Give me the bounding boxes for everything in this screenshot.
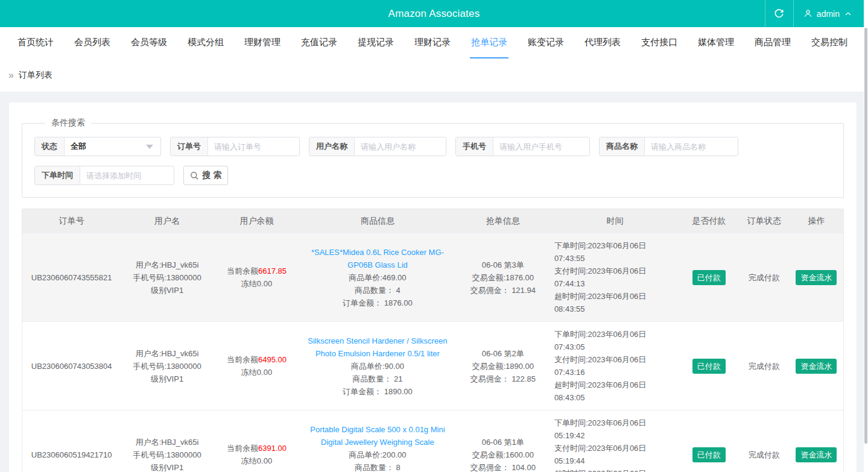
grab-sequence: 06-06 第1单	[459, 436, 547, 448]
action-cell: 资金流水	[790, 359, 843, 374]
user-name: admin	[817, 9, 840, 19]
user-name-text: 用户名:HBJ_vk65i	[124, 436, 209, 448]
product-link[interactable]: Silkscreen Stencil Hardener / Silkscreen…	[303, 335, 451, 360]
username-label: 用户名称	[309, 137, 355, 156]
order-no-label: 订单号	[171, 137, 208, 156]
nav-tab[interactable]: 模式分组	[186, 27, 225, 58]
nav-tab[interactable]: 账变记录	[527, 27, 565, 58]
user-menu[interactable]: admin	[794, 0, 863, 27]
balance-label: 当前余额	[227, 444, 258, 453]
order-number: UB2306060519421710	[22, 448, 121, 461]
balance-amount: 6495.00	[258, 355, 287, 364]
grab-commission: 交易佣金： 104.00	[459, 461, 547, 472]
col-header-product: 商品信息	[300, 216, 455, 227]
grab-info: 06-06 第3单 交易金额:1876.00 交易佣金： 121.94	[455, 259, 551, 297]
scrollbar-thumb[interactable]	[864, 28, 867, 444]
user-info: 用户名:HBJ_vk65i 手机号码:13800000 级别VIP1	[121, 347, 213, 385]
balance-amount: 6617.85	[258, 266, 287, 275]
balance-info: 当前余额6617.85 冻结0.00	[214, 265, 300, 290]
username-input[interactable]	[355, 137, 446, 156]
order-time-input[interactable]	[80, 166, 174, 184]
nav-tab[interactable]: 会员列表	[73, 27, 112, 58]
grab-sequence: 06-06 第3单	[459, 259, 547, 271]
chevron-up-icon	[844, 10, 852, 18]
balance-info: 当前余额6391.00 冻结0.00	[214, 442, 300, 467]
content-card: 条件搜索 状态 全部 订单号 用户名称 手机号 商品名称	[9, 102, 857, 472]
grab-sequence: 06-06 第2单	[459, 347, 547, 360]
nav-tab[interactable]: 首页统计	[16, 27, 55, 58]
user-phone-text: 手机号码:13800000	[124, 360, 209, 373]
grab-info: 06-06 第1单 交易金额:1600.00 交易佣金： 104.00	[455, 436, 551, 472]
page-title: 订单列表	[19, 70, 52, 81]
nav-tab[interactable]: 会员等级	[130, 27, 168, 58]
user-level-text: 级别VIP1	[124, 373, 209, 385]
fund-flow-button[interactable]: 资金流水	[796, 359, 837, 374]
nav-tab[interactable]: 媒体管理	[697, 27, 735, 58]
frozen-amount: 冻结0.00	[217, 455, 297, 467]
nav-tab[interactable]: 支付接口	[640, 27, 679, 58]
timeout-time: 超时时间:2023年06月06日 08:43:55	[554, 290, 676, 315]
nav-tab[interactable]: 理财记录	[413, 27, 452, 58]
search-panel-legend: 条件搜索	[45, 118, 91, 128]
col-header-paid: 是否付款	[679, 216, 739, 227]
action-cell: 资金流水	[790, 270, 843, 285]
filter-row-2: 下单时间 搜 索	[34, 166, 831, 185]
nav-tab[interactable]: 充值记录	[300, 27, 338, 58]
product-info: *SALES*Midea 0.6L Rice Cooker MG-GP06B G…	[300, 246, 455, 309]
time-info: 下单时间:2023年06月06日 07:43:05 支付时间:2023年06月0…	[551, 328, 679, 404]
search-button-label: 搜 索	[203, 170, 222, 181]
col-header-time: 时间	[551, 216, 679, 227]
product-name-label: 商品名称	[600, 137, 645, 156]
product-link[interactable]: Portable Digital Scale 500 x 0.01g Mini …	[303, 423, 451, 448]
header-controls: admin	[765, 0, 863, 27]
col-header-grab-info: 抢单信息	[455, 216, 551, 227]
time-info: 下单时间:2023年06月06日 05:19:42 支付时间:2023年06月0…	[551, 417, 679, 472]
paid-time: 支付时间:2023年06月06日 05:19:44	[554, 442, 676, 467]
user-level-text: 级别VIP1	[124, 461, 209, 472]
col-header-username: 用户名	[121, 216, 213, 227]
breadcrumb: » 订单列表	[0, 58, 868, 92]
status-select[interactable]: 状态 全部	[34, 137, 161, 156]
status-label: 状态	[35, 137, 65, 156]
user-name-text: 用户名:HBJ_vk65i	[124, 259, 209, 271]
product-name-input[interactable]	[645, 137, 738, 156]
fund-flow-button[interactable]: 资金流水	[796, 270, 837, 285]
order-status: 完成付款	[739, 360, 790, 373]
nav-tab[interactable]: 交易控制	[810, 27, 849, 58]
app-title: Amazon Associates	[388, 8, 480, 20]
fund-flow-button[interactable]: 资金流水	[796, 447, 837, 462]
user-info: 用户名:HBJ_vk65i 手机号码:13800000 级别VIP1	[121, 436, 213, 472]
grab-commission: 交易佣金： 122.85	[459, 373, 547, 385]
table-row: UB2306060743555821 用户名:HBJ_vk65i 手机号码:13…	[22, 233, 843, 321]
nav-tab[interactable]: 代理列表	[583, 27, 622, 58]
product-price: 商品单价:200.00	[303, 448, 451, 461]
app-header: Amazon Associates admin	[0, 0, 868, 27]
product-link[interactable]: *SALES*Midea 0.6L Rice Cooker MG-GP06B G…	[303, 246, 451, 271]
order-time-field: 下单时间	[34, 166, 174, 185]
nav-tab[interactable]: 理财管理	[243, 27, 282, 58]
user-phone-text: 手机号码:13800000	[124, 271, 209, 284]
phone-input[interactable]	[493, 137, 589, 156]
grab-commission: 交易佣金： 121.94	[459, 284, 547, 297]
order-created-time: 下单时间:2023年06月06日 05:19:42	[554, 417, 676, 442]
refresh-button[interactable]	[765, 0, 794, 27]
timeout-time: 超时时间:2023年06月06日 06:19:42	[554, 467, 676, 472]
nav-tab[interactable]: 提现记录	[356, 27, 395, 58]
nav-tab[interactable]: 商品管理	[753, 27, 792, 58]
page-scrollbar[interactable]	[864, 0, 868, 472]
order-number: UB2306060743555821	[22, 271, 121, 284]
product-qty: 商品数量： 4	[303, 284, 451, 297]
order-no-input[interactable]	[208, 137, 299, 156]
product-total: 订单金额： 1890.00	[303, 385, 451, 398]
user-level-text: 级别VIP1	[124, 284, 209, 297]
order-status: 完成付款	[739, 448, 790, 461]
paid-status-badge: 已付款	[692, 447, 726, 462]
col-header-order-no: 订单号	[22, 216, 121, 227]
chevron-down-icon	[146, 145, 153, 149]
search-button[interactable]: 搜 索	[183, 166, 228, 185]
product-qty: 商品数量： 21	[303, 373, 451, 385]
order-no-field: 订单号	[170, 137, 300, 156]
action-cell: 资金流水	[790, 447, 843, 462]
frozen-amount: 冻结0.00	[217, 277, 297, 290]
nav-tab[interactable]: 抢单记录	[470, 27, 508, 58]
